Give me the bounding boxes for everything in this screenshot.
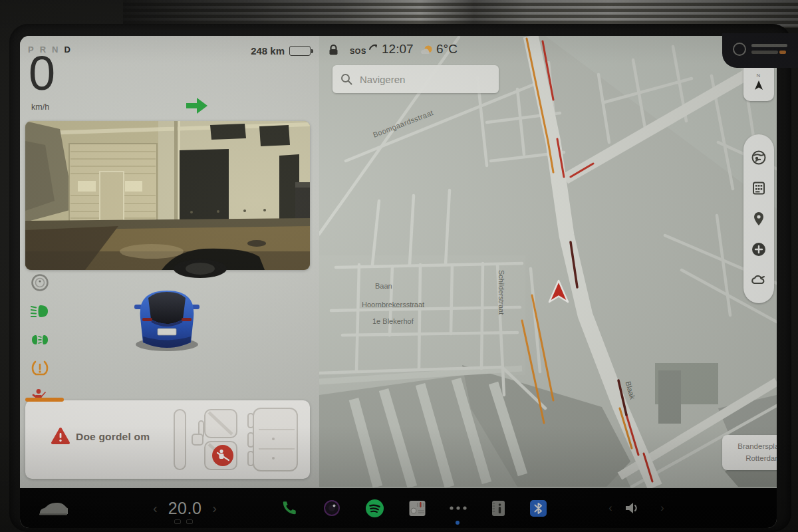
telltale-column [30,273,50,407]
zoom-in-icon[interactable] [751,241,767,257]
volume-chevron-left: ‹ [608,502,612,514]
street-label-schilderstraat: Schilderstraat [497,270,505,315]
map-panel[interactable]: Boomgaardsstraat Baan Hoornbrekersstraat… [319,36,777,488]
street-label-1e-blekerhof: 1e Blekerhof [372,317,414,325]
seat-heater-indicators [174,519,193,524]
range-text: 248 km [251,45,285,57]
charging-stations-icon[interactable] [751,180,767,196]
location-line2: Rotterdam [729,452,777,464]
bezel-corner-logo [722,33,798,68]
phone-icon [281,499,298,517]
vehicle-settings-button[interactable] [33,488,72,528]
seatbelt-warning-card[interactable]: Doe gordel om [25,400,310,479]
vehicle-render-blue-tesla [132,278,202,354]
outside-temperature: 6°C [436,42,458,57]
bluetooth-icon [529,499,547,517]
map-orientation-button[interactable]: N [743,63,774,101]
search-input[interactable] [358,73,478,86]
map-canvas[interactable] [319,36,777,488]
street-label-baan: Baan [375,282,392,290]
speed-unit: km/h [31,102,49,112]
temp-increase-chevron[interactable]: › [212,501,217,516]
logo-ring [733,43,746,56]
repeater-camera-feed[interactable] [25,121,310,270]
clock: 12:07 [382,42,414,57]
radio-app-button[interactable] [402,488,432,528]
bluetooth-button[interactable] [523,488,553,528]
battery-icon [289,46,311,56]
volume-up-chevron[interactable]: › [649,488,676,528]
gear-d-active: D [64,45,70,55]
street-label-hoornbrekersstraat: Hoornbrekersstraat [362,301,424,309]
warning-accent-tab [25,398,64,402]
vehicle-location-arrow [548,279,569,305]
logo-text-shape-1 [751,44,787,47]
climate-temperature[interactable]: 20.0 [168,499,202,518]
owners-manual-button[interactable] [483,488,513,528]
location-card: Brandersplaats Rotterdam [722,435,777,470]
screen-bezel: PRND 248 km 0 km/h [9,24,791,532]
right-turn-signal-icon [185,95,209,116]
cluster-panel: PRND 248 km 0 km/h [20,36,319,488]
radio-tuner-icon [408,499,426,517]
logo-text-shape-2 [751,51,778,54]
fog-light-icon [30,330,50,350]
navigation-search-bar[interactable] [332,65,499,93]
sos-signal-arc-icon [368,43,378,51]
temp-decrease-chevron[interactable]: ‹ [153,501,158,516]
map-controls-pill[interactable] [743,134,774,303]
sos-label: SOS [350,47,366,55]
dashcam-app-button[interactable] [317,488,347,528]
logo-text-shape-3 [779,51,786,54]
owners-manual-icon [489,499,507,517]
notification-dot [456,521,460,525]
satellite-view-icon[interactable] [751,150,767,166]
weather-overlay-icon[interactable] [751,272,767,288]
warning-message: Doe gordel om [76,431,150,443]
seat-occupancy-diagram [172,406,302,473]
photo-of-tesla-screen: PRND 248 km 0 km/h [0,0,798,532]
tire-pressure-warning-icon [30,358,50,378]
phone-app-button[interactable] [274,488,305,528]
car-icon [37,499,68,517]
more-apps-dots-icon [448,503,468,513]
warning-triangle-icon [51,427,70,446]
dashcam-icon [323,499,341,517]
compass-north-label: N [757,72,765,78]
partly-cloudy-icon [419,44,434,55]
app-launcher-bar: ‹ 20.0 › [20,488,777,528]
tesla-touchscreen: PRND 248 km 0 km/h [20,36,777,528]
status-bar-right: SOS 12:07 6°C [319,36,559,63]
map-pin-icon[interactable] [751,211,767,227]
location-line1: Brandersplaats [729,440,777,452]
volume-chevron-right: › [660,502,664,514]
speed-value: 0 [29,49,55,97]
compass-arrow-icon [752,80,765,92]
volume-button[interactable] [618,488,648,528]
spotify-icon [365,499,384,518]
low-beam-headlight-icon [30,301,50,321]
battery-range: 248 km [251,45,311,57]
speed-limit-sign-icon [30,273,50,293]
lock-icon [328,44,339,56]
spotify-app-button[interactable] [359,488,390,528]
search-icon [340,73,352,85]
speaker-icon [624,501,642,515]
